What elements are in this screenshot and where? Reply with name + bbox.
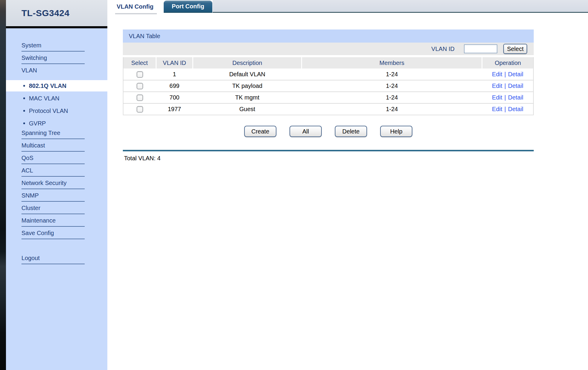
bullet-icon	[23, 110, 25, 112]
bullet-icon	[23, 97, 25, 99]
sidebar-item[interactable]: Network Security	[6, 180, 107, 192]
row-checkbox[interactable]	[137, 71, 143, 78]
sidebar-item[interactable]: Protocol VLAN	[6, 105, 107, 117]
select-button[interactable]: Select	[503, 44, 527, 54]
operation-cell: Edit|Detail	[482, 103, 533, 115]
sidebar-item-label: QoS	[21, 155, 85, 164]
sidebar-item[interactable]: Maintenance	[6, 217, 107, 230]
members-cell: 1-24	[302, 103, 482, 115]
vlan-id-label: VLAN ID	[431, 46, 455, 52]
bullet-icon	[23, 85, 25, 87]
vlan-id-filter-row: VLAN ID Select	[123, 43, 534, 55]
create-button[interactable]: Create	[244, 126, 276, 137]
sidebar-item-label: Logout	[21, 255, 85, 264]
table-gap	[123, 55, 534, 57]
operation-separator: |	[505, 71, 506, 77]
table-header-row: Select VLAN ID Description Members Opera…	[123, 57, 533, 69]
all-button[interactable]: All	[290, 126, 322, 137]
delete-button[interactable]: Delete	[335, 126, 367, 137]
row-checkbox[interactable]	[137, 94, 143, 101]
sidebar-item[interactable]: System	[6, 42, 107, 55]
select-cell	[123, 69, 156, 80]
section-divider	[123, 150, 534, 151]
sidebar-item-label: Switching	[21, 55, 85, 64]
background-photo-edge	[0, 0, 6, 370]
sidebar-item[interactable]: MAC VLAN	[6, 92, 107, 105]
sidebar-item[interactable]: VLAN	[6, 67, 107, 80]
sidebar-item[interactable]: Spanning Tree	[6, 130, 107, 142]
sidebar-item-label: VLAN	[21, 67, 85, 76]
sidebar-item[interactable]: SNMP	[6, 192, 107, 205]
row-checkbox[interactable]	[137, 106, 143, 113]
vlan-id-cell: 700	[156, 92, 193, 103]
description-cell: Default VLAN	[193, 69, 302, 80]
sidebar-item[interactable]: QoS	[6, 155, 107, 167]
table-row: 1 Default VLAN 1-24 Edit|Detail	[123, 69, 533, 80]
vlan-id-cell: 699	[156, 80, 193, 92]
operation-cell: Edit|Detail	[482, 69, 533, 80]
tab-strip-band	[213, 0, 588, 13]
vlan-id-cell: 1	[156, 69, 193, 80]
sidebar-item[interactable]: ACL	[6, 167, 107, 180]
row-checkbox[interactable]	[137, 83, 143, 89]
sidebar-item[interactable]: 802.1Q VLAN	[6, 80, 107, 91]
sidebar-menu: System Switching VLAN 802.1Q VLAN MAC VL…	[6, 28, 107, 370]
sidebar-item-label: ACL	[21, 167, 85, 177]
description-cell: TK payload	[193, 80, 302, 92]
sidebar-item-label: Spanning Tree	[21, 130, 85, 139]
table-row: 700 TK mgmt 1-24 Edit|Detail	[123, 92, 533, 103]
device-model: TL-SG3424	[6, 0, 107, 26]
action-buttons: Create All Delete Help	[123, 126, 534, 137]
sidebar-item[interactable]: GVRP	[6, 117, 107, 130]
table-row: 1977 Guest 1-24 Edit|Detail	[123, 103, 533, 115]
total-vlan-text: Total VLAN: 4	[123, 155, 534, 162]
help-button[interactable]: Help	[380, 126, 412, 137]
operation-cell: Edit|Detail	[482, 92, 533, 103]
sidebar-item-label: Save Config	[21, 230, 85, 239]
select-cell	[123, 103, 156, 115]
divider-bar	[6, 26, 107, 28]
column-header-members: Members	[302, 57, 482, 69]
detail-link[interactable]: Detail	[508, 83, 523, 89]
vlan-table: Select VLAN ID Description Members Opera…	[123, 57, 534, 115]
sidebar-item[interactable]: Save Config	[6, 230, 107, 242]
table-row: 699 TK payload 1-24 Edit|Detail	[123, 80, 533, 92]
column-header-operation: Operation	[482, 57, 533, 69]
sidebar-item-label: Cluster	[21, 205, 85, 214]
sidebar-item-label: System	[21, 42, 85, 52]
edit-link[interactable]: Edit	[492, 71, 502, 77]
operation-cell: Edit|Detail	[482, 80, 533, 92]
tab-bar: VLAN Config Port Config	[107, 0, 588, 14]
detail-link[interactable]: Detail	[508, 71, 523, 77]
description-cell: TK mgmt	[193, 92, 302, 103]
operation-separator: |	[505, 83, 506, 89]
detail-link[interactable]: Detail	[508, 94, 523, 101]
operation-separator: |	[505, 106, 506, 112]
column-header-description: Description	[193, 57, 302, 69]
select-cell	[123, 80, 156, 92]
edit-link[interactable]: Edit	[492, 94, 502, 101]
edit-link[interactable]: Edit	[492, 83, 502, 89]
panel-title: VLAN Table	[123, 29, 534, 43]
main-area: VLAN Config Port Config VLAN Table VLAN …	[107, 0, 588, 370]
operation-separator: |	[505, 94, 506, 101]
detail-link[interactable]: Detail	[508, 106, 523, 112]
column-header-select: Select	[123, 57, 156, 69]
sidebar-item[interactable]: Multicast	[6, 142, 107, 155]
sidebar-item[interactable]: Cluster	[6, 205, 107, 217]
sidebar-item[interactable]: Switching	[6, 55, 107, 67]
sidebar-item[interactable]: Logout	[6, 255, 107, 267]
sidebar-item-label: Network Security	[21, 180, 85, 189]
vlan-id-cell: 1977	[156, 103, 193, 115]
sidebar: TL-SG3424 System Switching VLAN 802.1Q V…	[6, 0, 107, 370]
vlan-table-panel: VLAN Table VLAN ID Select Select VLAN ID…	[123, 29, 534, 162]
edit-link[interactable]: Edit	[492, 106, 502, 112]
sidebar-item-label: MAC VLAN	[29, 95, 59, 102]
sidebar-item-label: Maintenance	[21, 217, 85, 227]
sidebar-item-label: GVRP	[29, 120, 46, 127]
tab-vlan-config[interactable]: VLAN Config	[108, 1, 162, 13]
members-cell: 1-24	[302, 92, 482, 103]
sidebar-item-label: Multicast	[21, 142, 85, 152]
tab-port-config[interactable]: Port Config	[164, 1, 212, 13]
vlan-id-input[interactable]	[464, 44, 497, 53]
